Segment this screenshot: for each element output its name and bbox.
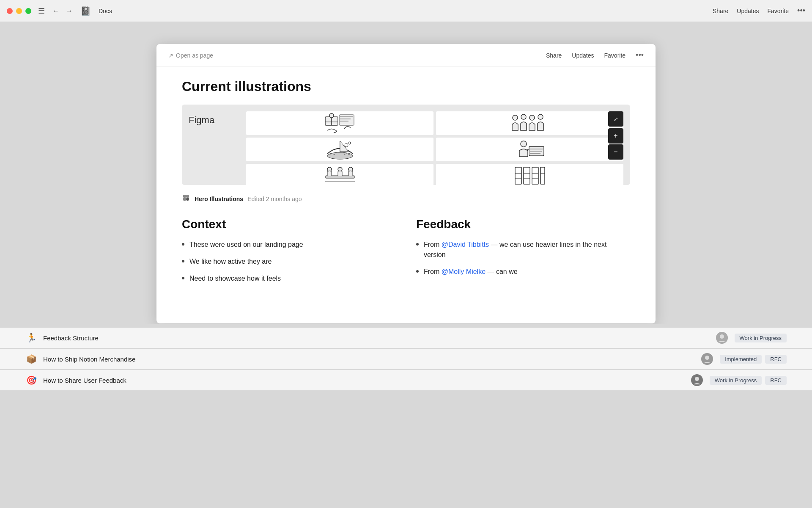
context-column: Context These were used on our landing p… bbox=[182, 218, 396, 290]
figma-thumbnails bbox=[246, 111, 623, 188]
svg-point-41 bbox=[720, 334, 724, 339]
badge-wip-1: Work in Progress bbox=[735, 334, 787, 342]
svg-point-12 bbox=[327, 152, 353, 159]
minimize-button[interactable] bbox=[16, 8, 22, 14]
doc-header-right: Share Updates Favorite ••• bbox=[546, 51, 644, 60]
context-item-3: Need to showcase how it feels bbox=[182, 273, 396, 284]
app-icon: 📓 bbox=[80, 6, 91, 16]
maximize-button[interactable] bbox=[25, 8, 31, 14]
app-title: Docs bbox=[99, 8, 112, 14]
figma-meta: Hero Illustrations Edited 2 months ago bbox=[182, 192, 630, 206]
context-item-2-text: We like how active they are bbox=[189, 257, 272, 267]
doc-title: Current illustrations bbox=[182, 79, 630, 94]
open-as-page-label: Open as page bbox=[176, 52, 213, 59]
figma-zoom-out-button[interactable]: − bbox=[608, 144, 623, 160]
svg-rect-37 bbox=[186, 195, 189, 198]
feedback-structure-avatar bbox=[716, 332, 728, 344]
svg-point-11 bbox=[538, 114, 543, 119]
open-as-page-button[interactable]: ↗ Open as page bbox=[168, 52, 213, 59]
close-button[interactable] bbox=[7, 8, 13, 14]
figma-controls: ⤢ + − bbox=[608, 111, 623, 160]
title-bar-right: Share Updates Favorite ••• bbox=[713, 6, 805, 15]
figma-expand-button[interactable]: ⤢ bbox=[608, 111, 623, 127]
bullet-dot bbox=[182, 243, 184, 246]
ship-merchandise-icon: 📦 bbox=[25, 354, 37, 364]
title-bar-updates[interactable]: Updates bbox=[737, 8, 759, 14]
doc-more-icon[interactable]: ••• bbox=[636, 51, 644, 60]
figma-label: Figma bbox=[189, 111, 239, 129]
feedback-item-2-text: From @Molly Mielke — can we bbox=[424, 267, 518, 277]
share-feedback-avatar bbox=[691, 374, 703, 386]
figma-file-name: Hero Illustrations bbox=[195, 196, 243, 202]
doc-modal-header: ↗ Open as page Share Updates Favorite ••… bbox=[156, 44, 656, 67]
badge-rfc-2: RFC bbox=[765, 376, 787, 385]
bullet-dot bbox=[182, 277, 184, 279]
title-bar-share[interactable]: Share bbox=[713, 8, 728, 14]
svg-point-45 bbox=[695, 377, 699, 381]
feedback-list: From @David Tibbitts — we can use heavie… bbox=[416, 240, 630, 277]
feedback-title: Feedback bbox=[416, 218, 630, 231]
figma-edit-time: Edited 2 months ago bbox=[247, 196, 302, 202]
title-bar-more-icon[interactable]: ••• bbox=[797, 6, 805, 15]
svg-rect-36 bbox=[183, 195, 186, 198]
svg-point-13 bbox=[345, 144, 348, 147]
list-item-feedback-structure[interactable]: 🏃 Feedback Structure Work in Progress bbox=[0, 328, 812, 348]
svg-point-15 bbox=[521, 141, 527, 147]
ship-merchandise-badges: Implemented RFC bbox=[701, 353, 787, 365]
svg-rect-28 bbox=[540, 167, 545, 184]
svg-point-8 bbox=[513, 115, 518, 120]
context-list: These were used on our landing page We l… bbox=[182, 240, 396, 284]
ship-merchandise-title: How to Ship Notion Merchandise bbox=[43, 356, 701, 363]
svg-point-43 bbox=[705, 356, 709, 360]
figma-thumb-5 bbox=[246, 164, 433, 188]
feedback-structure-title: Feedback Structure bbox=[43, 334, 716, 342]
doc-share-button[interactable]: Share bbox=[546, 52, 562, 59]
context-item-1-text: These were used on our landing page bbox=[189, 240, 303, 250]
badge-rfc-1: RFC bbox=[765, 355, 787, 364]
hamburger-icon[interactable]: ☰ bbox=[38, 6, 45, 16]
share-feedback-icon: 🎯 bbox=[25, 375, 37, 385]
title-bar-controls: ☰ ← → 📓 Docs bbox=[38, 6, 112, 17]
mention-molly[interactable]: @Molly Mielke bbox=[442, 268, 486, 275]
share-feedback-title: How to Share User Feedback bbox=[43, 377, 691, 384]
context-title: Context bbox=[182, 218, 396, 231]
figma-thumb-3 bbox=[246, 138, 433, 161]
bullet-dot bbox=[416, 270, 419, 273]
list-item-ship-merchandise[interactable]: 📦 How to Ship Notion Merchandise Impleme… bbox=[0, 349, 812, 369]
figma-thumb-6 bbox=[436, 164, 623, 188]
svg-rect-38 bbox=[183, 198, 186, 201]
svg-rect-23 bbox=[325, 176, 355, 178]
figma-zoom-in-button[interactable]: + bbox=[608, 128, 623, 144]
expand-icon: ↗ bbox=[168, 52, 173, 59]
bullet-dot bbox=[182, 260, 184, 262]
back-arrow-icon[interactable]: ← bbox=[50, 6, 62, 17]
share-feedback-badges: Work in Progress RFC bbox=[691, 374, 787, 386]
mention-david[interactable]: @David Tibbitts bbox=[442, 241, 489, 248]
svg-point-14 bbox=[348, 142, 351, 144]
title-bar-favorite[interactable]: Favorite bbox=[768, 8, 789, 14]
feedback-structure-badges: Work in Progress bbox=[716, 332, 787, 344]
doc-content: Current illustrations Figma bbox=[156, 67, 656, 321]
forward-arrow-icon[interactable]: → bbox=[63, 6, 75, 17]
feedback-item-1: From @David Tibbitts — we can use heavie… bbox=[416, 240, 630, 260]
two-column-section: Context These were used on our landing p… bbox=[182, 218, 630, 290]
list-item-share-feedback[interactable]: 🎯 How to Share User Feedback Work in Pro… bbox=[0, 370, 812, 390]
figma-thumb-1 bbox=[246, 111, 433, 135]
context-item-2: We like how active they are bbox=[182, 257, 396, 267]
context-item-3-text: Need to showcase how it feels bbox=[189, 273, 281, 284]
svg-rect-4 bbox=[339, 115, 354, 125]
badge-implemented: Implemented bbox=[720, 355, 762, 364]
figma-brand-icon bbox=[182, 193, 190, 204]
main-background: ↗ Open as page Share Updates Favorite ••… bbox=[0, 22, 812, 508]
figma-thumb-2 bbox=[436, 111, 623, 135]
context-item-1: These were used on our landing page bbox=[182, 240, 396, 250]
feedback-structure-icon: 🏃 bbox=[25, 333, 37, 343]
svg-rect-27 bbox=[532, 167, 538, 184]
svg-rect-25 bbox=[515, 167, 521, 184]
svg-point-1 bbox=[329, 113, 334, 118]
badge-wip-2: Work in Progress bbox=[710, 376, 762, 385]
svg-rect-26 bbox=[524, 167, 530, 184]
doc-favorite-button[interactable]: Favorite bbox=[604, 52, 626, 59]
doc-updates-button[interactable]: Updates bbox=[572, 52, 594, 59]
svg-point-10 bbox=[529, 115, 535, 120]
